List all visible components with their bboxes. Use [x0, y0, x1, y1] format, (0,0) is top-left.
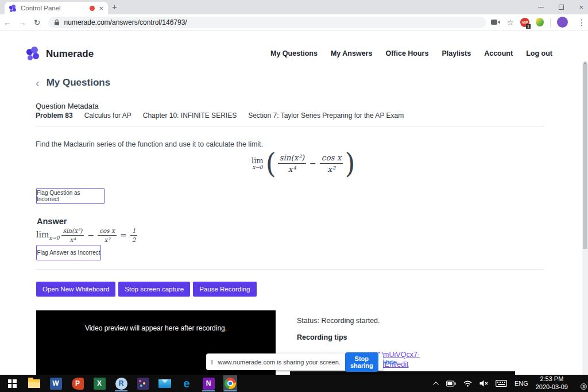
taskbar-apps: W P X R e N: [0, 375, 237, 392]
reload-icon[interactable]: ↻: [30, 18, 45, 27]
answer-minus: −: [87, 230, 94, 240]
minimize-icon[interactable]: [538, 7, 544, 7]
flag-question-button[interactable]: Flag Question as Incorrect: [36, 188, 105, 204]
question-text: Find the Maclaurin series of the functio…: [36, 140, 263, 148]
notification-center-icon[interactable]: 3: [575, 379, 585, 387]
fraction-1: sin(x²) x⁴: [278, 153, 307, 173]
numerade-favicon: [9, 5, 17, 12]
screen-share-camera-icon[interactable]: [491, 19, 500, 25]
brand-name: Numerade: [46, 48, 94, 60]
answer-equals: =: [120, 230, 127, 240]
bookmark-star-icon[interactable]: ☆: [506, 18, 514, 27]
scrollbar-thumb[interactable]: [583, 64, 587, 249]
window-controls: ×: [538, 0, 583, 14]
hide-link[interactable]: Hide: [383, 359, 397, 366]
date-text: 2020-03-09: [536, 383, 568, 390]
wifi-icon[interactable]: [463, 380, 472, 387]
nav-account[interactable]: Account: [484, 49, 513, 57]
answer-fraction-1: sin(x²) x⁴: [61, 227, 84, 243]
lock-icon: [54, 19, 60, 26]
status-text: Status: Recording started.: [297, 317, 380, 325]
word-icon[interactable]: W: [49, 375, 63, 391]
screen-share-bar: ‖ www.numerade.com is sharing your scree…: [206, 353, 383, 370]
stop-sharing-button[interactable]: Stop sharing: [345, 352, 378, 372]
powerpoint-icon[interactable]: P: [71, 375, 84, 391]
answer-fraction-2: cos x x²: [98, 227, 117, 243]
clock[interactable]: 2:53 PM 2020-03-09: [536, 375, 568, 391]
chrome-icon[interactable]: [223, 375, 237, 391]
url-text: numerade.com/answers/control/146793/: [64, 18, 187, 26]
metadata-section: Section 7: Taylor Series Preparing for t…: [248, 112, 404, 120]
limit-operator: lim x→0: [252, 156, 264, 170]
stop-capture-button[interactable]: Stop screen capture: [118, 282, 190, 297]
new-tab-button[interactable]: +: [112, 2, 117, 11]
notification-count-badge: 3: [581, 383, 587, 390]
tab-title: Control Panel: [21, 5, 86, 11]
nav-my-questions[interactable]: My Questions: [270, 49, 318, 57]
back-icon[interactable]: ←: [0, 18, 15, 27]
browser-toolbar: ← → ↻ numerade.com/answers/control/14679…: [0, 14, 588, 30]
flag-answer-button[interactable]: Flag Answer as Incorrect: [36, 245, 101, 260]
recording-indicator-icon: [90, 6, 95, 11]
top-navigation: My Questions My Answers Office Hours Pla…: [270, 49, 552, 57]
tab-close-icon[interactable]: ×: [99, 4, 103, 13]
time-text: 2:53 PM: [540, 375, 563, 382]
numerade-brand[interactable]: Numerade: [26, 47, 94, 62]
nav-office-hours[interactable]: Office Hours: [385, 49, 428, 57]
adblock-extension-icon[interactable]: ABP 1: [520, 18, 529, 27]
video-placeholder-text: Video preview will appear here after rec…: [36, 324, 276, 332]
onenote-icon[interactable]: N: [202, 375, 215, 391]
toolbar-icons: ☆ ABP 1 ⋮: [491, 17, 588, 28]
browser-tab[interactable]: Control Panel ×: [5, 2, 108, 14]
drag-handle-icon[interactable]: ‖: [211, 359, 214, 366]
file-explorer-icon[interactable]: [27, 375, 41, 391]
share-message: www.numerade.com is sharing your screen.: [218, 359, 341, 366]
open-whiteboard-button[interactable]: Open New Whiteboard: [36, 282, 115, 297]
metadata-label: Question Metadata: [36, 102, 99, 110]
mail-icon[interactable]: [158, 375, 172, 391]
forward-icon[interactable]: →: [15, 18, 30, 27]
divider: [36, 269, 544, 270]
address-bar[interactable]: numerade.com/answers/control/146793/: [48, 17, 487, 28]
r-app-icon[interactable]: R: [114, 375, 128, 391]
right-paren: ): [345, 149, 355, 178]
toolbar-divider: [550, 18, 551, 27]
pause-recording-button[interactable]: Pause Recording: [193, 282, 256, 297]
scrollbar[interactable]: [582, 61, 588, 392]
answer-result-fraction: 1 2: [130, 227, 138, 243]
bird-extension-icon[interactable]: [536, 18, 544, 26]
nav-log-out[interactable]: Log out: [526, 49, 552, 57]
tex-app-icon[interactable]: [136, 375, 150, 391]
edge-icon[interactable]: e: [180, 375, 194, 391]
battery-icon[interactable]: [446, 381, 456, 387]
back-heading[interactable]: ‹ My Questions: [36, 77, 110, 89]
window-close-icon[interactable]: ×: [579, 3, 583, 11]
windows-taskbar: W P X R e N: [0, 375, 588, 392]
browser-tab-bar: Control Panel × + ×: [0, 0, 588, 14]
page-content: Numerade My Questions My Answers Office …: [0, 30, 588, 375]
profile-avatar[interactable]: [557, 17, 568, 28]
left-paren: (: [266, 149, 276, 178]
browser-menu-icon[interactable]: ⋮: [578, 18, 586, 27]
excel-icon[interactable]: X: [92, 375, 106, 391]
start-button[interactable]: [5, 375, 19, 391]
maximize-icon[interactable]: [559, 5, 564, 10]
screen: Control Panel × + × ← → ↻ numerade.com/a…: [0, 0, 588, 392]
recording-actions: Open New Whiteboard Stop screen capture …: [36, 282, 257, 297]
chevron-left-icon[interactable]: ‹: [36, 77, 40, 89]
extension-badge: 1: [526, 24, 531, 29]
tray-expand-icon[interactable]: [433, 381, 439, 387]
volume-muted-icon[interactable]: [479, 380, 488, 387]
nav-my-answers[interactable]: My Answers: [331, 49, 372, 57]
touch-keyboard-icon[interactable]: [496, 380, 507, 387]
metadata-course: Calculus for AP: [84, 112, 131, 120]
windows-logo-icon: [8, 379, 17, 388]
minus-sign: −: [310, 159, 316, 168]
divider: [36, 126, 544, 126]
nav-playlists[interactable]: Playlists: [442, 49, 471, 57]
answer-formula: limx→0 sin(x²) x⁴ − cos x x² = 1 2: [36, 227, 139, 243]
language-indicator[interactable]: ENG: [514, 380, 528, 387]
metadata-row: Problem 83 Calculus for AP Chapter 10: I…: [36, 112, 404, 120]
limit-operator-inline: limx→0: [36, 230, 60, 241]
numerade-logo-icon: [26, 47, 41, 62]
